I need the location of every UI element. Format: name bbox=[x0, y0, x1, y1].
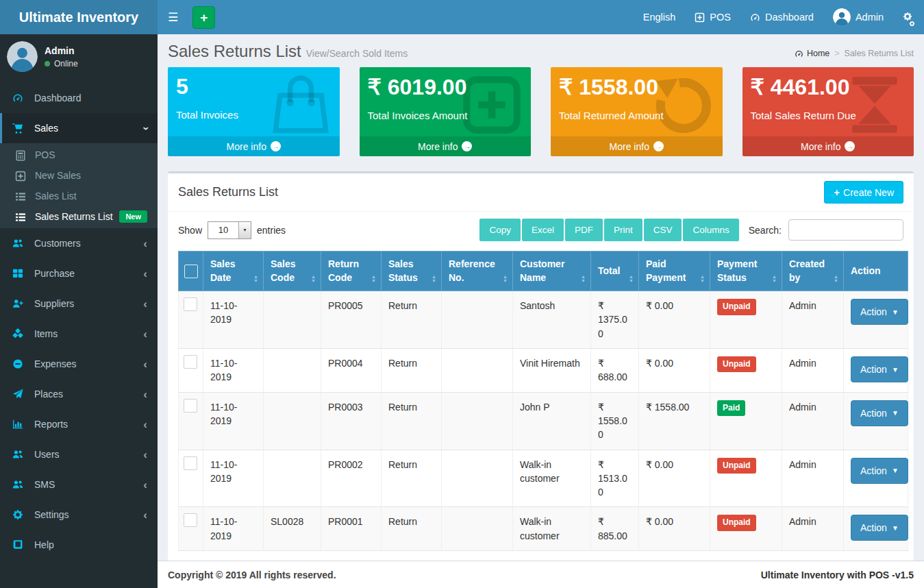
header-return-code[interactable]: Return Code▲▼ bbox=[321, 252, 382, 291]
sidebar-item-sales-list[interactable]: Sales List bbox=[0, 186, 158, 206]
nav-user-menu[interactable]: Admin bbox=[823, 0, 893, 34]
more-info-link[interactable]: More info→ bbox=[360, 136, 532, 156]
sidebar-item-items[interactable]: Items‹ bbox=[0, 319, 158, 349]
app-logo[interactable]: Ultimate Inventory bbox=[0, 0, 158, 34]
sort-icon[interactable]: ▲▼ bbox=[629, 275, 634, 283]
sidebar-item-settings[interactable]: Settings‹ bbox=[0, 500, 158, 530]
main-content: Sales Returns ListView/Search Sold Items… bbox=[158, 34, 924, 561]
sort-icon[interactable]: ▲▼ bbox=[581, 275, 586, 283]
page-title: Sales Returns List bbox=[168, 42, 301, 60]
users-icon bbox=[12, 238, 25, 249]
sidebar-item-sms[interactable]: SMS‹ bbox=[0, 469, 158, 500]
sort-icon[interactable]: ▲▼ bbox=[834, 275, 838, 283]
breadcrumb-home[interactable]: Home bbox=[795, 49, 829, 58]
sidebar-item-pos[interactable]: POS bbox=[0, 145, 158, 165]
action-label: Action bbox=[860, 364, 887, 375]
action-button[interactable]: Action▼ bbox=[851, 400, 908, 426]
sort-icon[interactable]: ▲▼ bbox=[253, 275, 258, 283]
sort-icon[interactable]: ▲▼ bbox=[772, 275, 777, 283]
new-badge: New bbox=[119, 210, 147, 223]
sidebar-item-dashboard[interactable]: Dashboard bbox=[0, 83, 158, 113]
header-customer-name[interactable]: Customer Name▲▼ bbox=[513, 252, 591, 291]
cell-select bbox=[179, 507, 203, 551]
gauge-icon bbox=[795, 49, 803, 58]
sidebar-item-purchase[interactable]: Purchase‹ bbox=[0, 258, 158, 289]
search-input[interactable] bbox=[788, 219, 903, 241]
row-checkbox[interactable] bbox=[184, 456, 197, 470]
cell-customer-name: Walk-in customer bbox=[513, 507, 591, 551]
create-new-label: Create New bbox=[843, 187, 894, 198]
export-excel-button[interactable]: Excel bbox=[522, 219, 564, 241]
create-new-button[interactable]: +Create New bbox=[824, 181, 903, 204]
card-label: Total Returned Amount bbox=[559, 110, 723, 121]
row-checkbox[interactable] bbox=[184, 513, 197, 527]
more-info-link[interactable]: More info→ bbox=[551, 136, 723, 156]
action-label: Action bbox=[860, 465, 887, 476]
export-columns-button[interactable]: Columns bbox=[683, 219, 738, 241]
cell-created-by: Admin bbox=[782, 450, 844, 507]
sidebar-item-new-sales[interactable]: New Sales bbox=[0, 165, 158, 186]
select-all-checkbox[interactable] bbox=[184, 265, 198, 278]
more-info-link[interactable]: More info→ bbox=[742, 136, 914, 156]
sidebar-item-suppliers[interactable]: Suppliers‹ bbox=[0, 289, 158, 319]
sidebar-item-label: Suppliers bbox=[34, 298, 74, 309]
action-button[interactable]: Action▼ bbox=[851, 356, 908, 382]
header-sales-date[interactable]: Sales Date▲▼ bbox=[203, 252, 264, 291]
more-info-link[interactable]: More info→ bbox=[168, 136, 340, 156]
cell-total: ₹ 1375.00 bbox=[591, 291, 639, 349]
sort-icon[interactable]: ▲▼ bbox=[371, 275, 376, 283]
minus-circle-icon bbox=[12, 358, 25, 369]
action-button[interactable]: Action▼ bbox=[851, 458, 908, 484]
payment-status-badge: Unpaid bbox=[717, 356, 756, 372]
caret-down-icon: ▼ bbox=[892, 409, 899, 417]
table-row: 11-10-2019PR0003ReturnJohn P₹ 1558.00₹ 1… bbox=[179, 392, 908, 450]
sort-icon[interactable]: ▲▼ bbox=[432, 275, 436, 283]
header-total[interactable]: Total▲▼ bbox=[591, 252, 639, 291]
sort-icon[interactable]: ▲▼ bbox=[700, 275, 705, 283]
export-pdf-button[interactable]: PDF bbox=[565, 219, 603, 241]
header-reference-no[interactable]: Reference No.▲▼ bbox=[442, 252, 513, 291]
row-checkbox[interactable] bbox=[184, 355, 197, 369]
quick-add-button[interactable]: + bbox=[192, 6, 215, 29]
action-label: Action bbox=[860, 522, 887, 533]
header-sales-code[interactable]: Sales Code▲▼ bbox=[264, 252, 321, 291]
sort-icon[interactable]: ▲▼ bbox=[311, 275, 316, 283]
language-label: English bbox=[643, 12, 676, 23]
row-checkbox[interactable] bbox=[184, 399, 197, 413]
sidebar-item-expenses[interactable]: Expenses‹ bbox=[0, 349, 158, 379]
card-value: ₹ 1558.00 bbox=[559, 74, 723, 100]
sort-icon[interactable]: ▲▼ bbox=[503, 275, 508, 283]
export-csv-button[interactable]: CSV bbox=[644, 219, 682, 241]
export-print-button[interactable]: Print bbox=[604, 219, 642, 241]
header-paid-payment[interactable]: Paid Payment▲▼ bbox=[639, 252, 710, 291]
nav-dashboard[interactable]: Dashboard bbox=[740, 0, 823, 34]
top-navbar: Ultimate Inventory ☰ + English POS Dashb… bbox=[0, 0, 924, 34]
sidebar: Admin Online DashboardSales‹POSNew Sales… bbox=[0, 34, 158, 588]
cell-sales-date: 11-10-2019 bbox=[203, 392, 264, 450]
arrow-circle-right-icon: → bbox=[271, 141, 281, 151]
header-payment-status[interactable]: Payment Status▲▼ bbox=[710, 252, 782, 291]
cell-sales-code bbox=[264, 392, 321, 450]
sidebar-item-help[interactable]: Help bbox=[0, 530, 158, 560]
sidebar-item-places[interactable]: Places‹ bbox=[0, 379, 158, 409]
sidebar-item-reports[interactable]: Reports‹ bbox=[0, 409, 158, 439]
nav-pos[interactable]: POS bbox=[685, 0, 740, 34]
sidebar-item-users[interactable]: Users‹ bbox=[0, 439, 158, 469]
cell-created-by: Admin bbox=[782, 349, 844, 393]
navbar-right: English POS Dashboard Admin bbox=[634, 0, 924, 34]
header-sales-status[interactable]: Sales Status▲▼ bbox=[382, 252, 442, 291]
sidebar-item-sales[interactable]: Sales‹ bbox=[0, 113, 158, 143]
sidebar-item-sales-returns-list[interactable]: Sales Returns ListNew bbox=[0, 206, 158, 227]
nav-language[interactable]: English bbox=[634, 0, 686, 34]
action-button[interactable]: Action▼ bbox=[851, 515, 908, 541]
table-controls: Show 10 ▼ entries CopyExcelPDFPrintCSVCo… bbox=[168, 212, 914, 249]
action-label: Action bbox=[860, 306, 887, 317]
sidebar-item-customers[interactable]: Customers‹ bbox=[0, 228, 158, 258]
nav-settings[interactable] bbox=[893, 0, 924, 34]
page-size-select[interactable]: 10 ▼ bbox=[208, 221, 251, 239]
header-created-by[interactable]: Created by▲▼ bbox=[782, 252, 844, 291]
sidebar-toggle-button[interactable]: ☰ bbox=[158, 0, 188, 34]
action-button[interactable]: Action▼ bbox=[851, 299, 908, 325]
row-checkbox[interactable] bbox=[184, 297, 197, 311]
export-copy-button[interactable]: Copy bbox=[479, 219, 521, 241]
